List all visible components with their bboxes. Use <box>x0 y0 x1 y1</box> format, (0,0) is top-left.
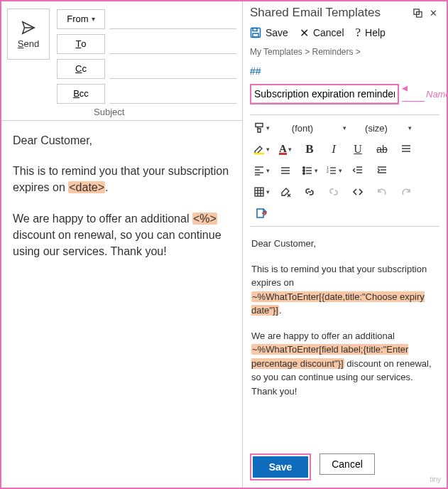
number-list-button[interactable]: 12 ▾ <box>322 161 345 181</box>
template-editor[interactable]: Dear Customer, This is to remind you tha… <box>250 234 439 451</box>
save-icon <box>250 27 261 38</box>
svg-rect-5 <box>256 124 263 127</box>
highlight-color-button[interactable]: ▾ <box>250 139 273 159</box>
insert-macro-button[interactable] <box>250 203 273 223</box>
popout-icon[interactable] <box>411 6 424 19</box>
bullet-list-button[interactable]: ▾ <box>298 161 321 181</box>
pane-actions: Save ✕ Cancel ? Help <box>250 26 439 40</box>
align-left-button[interactable]: ▾ <box>250 161 273 181</box>
font-size-caret[interactable]: ▾ <box>398 118 420 138</box>
cancel-button[interactable]: Cancel <box>319 453 375 475</box>
compose-pane: Send From▾ To Cc <box>1 1 243 488</box>
ed-p2: We are happy to offer an additional ~%Wh… <box>251 329 438 399</box>
align-justify-button[interactable] <box>395 139 417 159</box>
svg-rect-4 <box>253 33 258 37</box>
redo-button[interactable] <box>395 182 417 202</box>
to-button[interactable]: To <box>57 34 105 54</box>
to-input[interactable] <box>109 33 236 54</box>
percent-placeholder: <%> <box>192 213 217 225</box>
format-painter-button[interactable]: ▾ <box>250 118 273 138</box>
pane-title: Shared Email Templates <box>250 6 381 20</box>
send-button[interactable]: Send <box>7 9 50 60</box>
tiny-watermark: tiny <box>430 475 441 483</box>
svg-point-18 <box>302 170 304 171</box>
compose-body[interactable]: Dear Customer, This is to remind you tha… <box>1 121 242 488</box>
ed-greeting: Dear Customer, <box>251 237 438 251</box>
outdent-button[interactable] <box>346 161 369 181</box>
close-icon[interactable]: ✕ <box>427 6 439 19</box>
unlink-button[interactable] <box>322 182 345 202</box>
date-placeholder: <date> <box>68 181 105 193</box>
app-window: Send From▾ To Cc <box>0 0 448 489</box>
table-button[interactable]: ▾ <box>250 182 273 202</box>
indent-button[interactable] <box>371 161 393 181</box>
template-name-input[interactable] <box>251 85 398 103</box>
macro-date: ~%WhatToEnter[{date,title:"Choose expiry… <box>251 291 425 316</box>
action-help[interactable]: ? Help <box>356 26 386 40</box>
ed-p1: This is to remind you that your subscrip… <box>251 262 438 318</box>
body-greeting: Dear Customer, <box>13 132 231 149</box>
dialog-buttons: Save Cancel <box>250 451 439 480</box>
body-p1: This is to remind you that your subscrip… <box>13 163 231 195</box>
save-button[interactable]: Save <box>253 456 308 478</box>
compose-header: Send From▾ To Cc <box>1 1 242 104</box>
strikethrough-button[interactable]: ab <box>371 139 393 159</box>
save-highlight: Save <box>250 453 311 480</box>
callout-label: Name <box>426 89 448 100</box>
underline-button[interactable]: U <box>346 139 369 159</box>
code-button[interactable] <box>346 182 369 202</box>
cc-input[interactable] <box>109 58 236 79</box>
italic-button[interactable]: I <box>322 139 345 159</box>
font-family-caret[interactable]: ▾ <box>332 118 355 138</box>
svg-rect-3 <box>253 28 257 31</box>
editor-toolbar: ▾ (font) ▾ (size) ▾ ▾ A ▾ <box>250 114 439 227</box>
font-family-select[interactable]: (font) <box>274 118 331 138</box>
action-save[interactable]: Save <box>250 27 288 38</box>
svg-rect-6 <box>254 153 264 154</box>
send-icon <box>21 20 36 36</box>
font-color-button[interactable]: A ▾ <box>274 139 297 159</box>
help-icon: ? <box>356 26 361 40</box>
body-p2: We are happy to offer an additional <%> … <box>13 210 231 260</box>
bcc-button[interactable]: Bcc <box>57 84 105 104</box>
subject-label: Subject <box>1 104 242 121</box>
breadcrumb[interactable]: My Templates > Reminders > <box>250 47 439 57</box>
pane-titlebar: Shared Email Templates ✕ <box>250 6 439 20</box>
name-highlight <box>250 84 399 104</box>
line-spacing-button[interactable] <box>274 161 297 181</box>
link-button[interactable] <box>298 182 321 202</box>
cancel-icon: ✕ <box>300 26 309 40</box>
name-row: ◂—— Name <box>250 81 439 107</box>
undo-button[interactable] <box>371 182 393 202</box>
templates-pane: Shared Email Templates ✕ Save ✕ Cancel ?… <box>243 1 447 488</box>
callout-arrow-icon: ◂—— <box>402 81 425 107</box>
from-input[interactable] <box>109 9 236 29</box>
clear-format-button[interactable] <box>274 182 297 202</box>
send-label: Send <box>18 38 39 49</box>
bold-button[interactable]: B <box>298 139 321 159</box>
action-cancel[interactable]: ✕ Cancel <box>300 26 344 40</box>
svg-rect-34 <box>255 188 263 196</box>
svg-text:2: 2 <box>327 169 329 173</box>
svg-point-19 <box>302 173 304 174</box>
from-button[interactable]: From▾ <box>57 9 105 29</box>
font-size-select[interactable]: (size) <box>356 118 396 138</box>
svg-point-17 <box>302 167 304 168</box>
bcc-input[interactable] <box>109 83 236 104</box>
cc-button[interactable]: Cc <box>57 59 105 79</box>
tags-field[interactable]: ## <box>250 65 439 77</box>
